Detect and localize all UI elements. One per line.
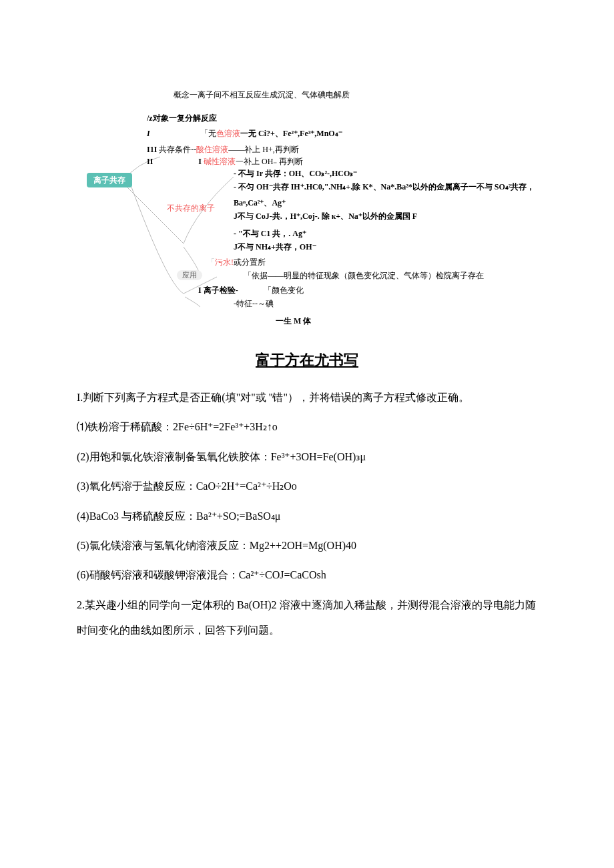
cond-line-2: II I 碱性溶液一补上 OH₋ 再判断 bbox=[147, 157, 303, 166]
ion-coexist-tag: 离子共存 bbox=[87, 173, 132, 187]
notwith-0: - 不与 Ir 共俘：OH、CO₃²-,HCO₃⁻ bbox=[234, 169, 357, 178]
cond2-red: 碱性溶液 bbox=[204, 157, 236, 166]
section-title: 富于方在尤书写 bbox=[77, 350, 537, 370]
notwith-1: - 不匀 OH⁻共存 IH⁺.HC0,".NH₄+.除 K*、Na*.Ba²*以… bbox=[234, 182, 535, 191]
basis-line: 「依据——明显的特征现象（颜色变化沉淀、气体等）检院离子存在 bbox=[244, 271, 484, 280]
color-pre: 「无 bbox=[200, 129, 216, 138]
q1-item-5: (5)氯化镁溶液与氢氧化钠溶液反应：Mg2++2OH=Mg(OH)40 bbox=[77, 533, 537, 558]
q1-intro: I.判断下列离子方程式是否正确(填"对"或 ''错"），并将错误的离子方程式修改… bbox=[77, 385, 537, 410]
color-line: 「无色溶液一无 Ci?+、Fe²⁺,Fe³⁺,MnO₄⁻ bbox=[200, 129, 342, 138]
q1-item-6: (6)硝酸钙溶液和碳酸钾溶液混合：Ca²⁺÷COJ=CaCOsh bbox=[77, 562, 537, 588]
color-change-line: 「颜色变化 bbox=[264, 286, 304, 295]
ion-detect-label: I 离子检验- bbox=[198, 286, 238, 295]
application-pill: 应用 bbox=[177, 270, 202, 280]
cond1-red: 酸住溶液 bbox=[196, 145, 228, 154]
q1-item-3: (3)氧化钙溶于盐酸反应：CaO÷2H⁺=Ca²⁺÷H₂Oo bbox=[77, 474, 537, 499]
notwith-2: Baⁿ,Ca²⁺、Ag⁺ bbox=[234, 198, 286, 207]
sewage-line: 「污水!或分置所 bbox=[207, 258, 266, 267]
color-post: 一无 Ci?+、Fe²⁺,Fe³⁺,MnO₄⁻ bbox=[240, 129, 342, 138]
q2-text: 2.某兴趣小组的同学向一定体积的 Ba(OH)2 溶液中逐滴加入稀盐酸，并测得混… bbox=[77, 592, 537, 644]
notwith-4: - "不与 C1 共，. Ag⁺ bbox=[234, 229, 306, 238]
cond-line-1: I1I 共存条件--酸住溶液——补上 H+,再判断 bbox=[147, 145, 299, 154]
cond2-pre: II bbox=[147, 157, 153, 166]
gas-line: 一生 M 体 bbox=[276, 316, 311, 326]
sewage-post: 或分置所 bbox=[234, 258, 266, 267]
object-line: /z对象一复分解反应 bbox=[147, 113, 217, 123]
i-line: I bbox=[147, 129, 150, 138]
q1-item-1: ⑴铁粉溶于稀硫酸：2Fe÷6H⁺=2Fe³⁺+3H₂↑o bbox=[77, 414, 537, 440]
not-coexist-label: 不共存的离子 bbox=[167, 203, 215, 213]
cond1-p2: ——补上 H+,再判断 bbox=[228, 145, 298, 154]
concept-line: 概念一离子间不相互反应生成沉淀、气体碘电解质 bbox=[174, 90, 350, 99]
notwith-3: J不与 CoJ-共.，H⁺,Coj-. 除 κ+、Na⁺以外的金属国 F bbox=[234, 211, 417, 221]
q1-item-4: (4)BaCo3 与稀硫酸反应：Ba²⁺+SO;=BaSO₄μ bbox=[77, 504, 537, 529]
sewage-red: 污水! bbox=[215, 258, 234, 267]
cond1-p1: 共存条件-- bbox=[157, 145, 196, 154]
cond2-post: 一补上 OH₋ 再判断 bbox=[236, 157, 303, 166]
cond1-pre: I1I bbox=[147, 145, 157, 154]
cond2-mid: I bbox=[198, 157, 204, 166]
color-red: 色溶液 bbox=[216, 129, 240, 138]
notwith-5: J不与 NH₄+共存，OH⁻ bbox=[234, 242, 316, 252]
q1-item-2: (2)用饱和氯化铁溶液制备氢氧化铁胶体：Fe³⁺+3OH=Fe(OH)₃μ bbox=[77, 444, 537, 470]
feature-line: -特征--～碘 bbox=[234, 299, 274, 308]
